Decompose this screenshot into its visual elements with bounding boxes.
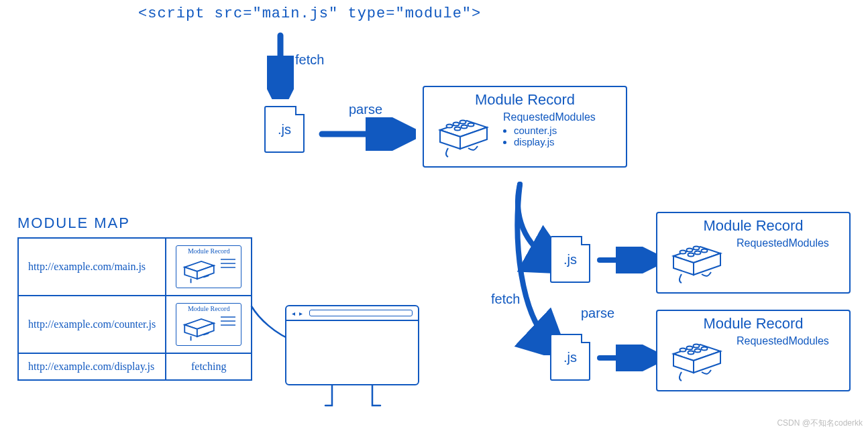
svg-point-17 [687, 347, 693, 350]
svg-point-3 [453, 123, 459, 126]
brick-icon [180, 255, 218, 285]
fetch-arrow-down-icon [267, 32, 294, 99]
requested-modules-label: RequestedModules [737, 335, 829, 347]
svg-point-2 [447, 125, 453, 128]
script-tag-code: <script src="main.js" type="module"> [138, 5, 481, 22]
module-map: MODULE MAP http://example.com/main.js Mo… [17, 214, 252, 381]
table-row: http://example.com/counter.js Module Rec… [18, 296, 252, 353]
module-record-title: Module Record [657, 315, 849, 332]
mini-lines-icon [221, 313, 237, 333]
requested-modules-label: RequestedModules [737, 237, 829, 249]
svg-point-16 [680, 349, 686, 352]
module-record-child-1: Module Record RequestedModules [656, 212, 851, 294]
browser-toolbar: ◂ ▸ [286, 306, 418, 321]
module-record-title: Module Record [424, 91, 626, 109]
brick-icon [667, 335, 727, 382]
nav-back-icon: ◂ [292, 310, 295, 317]
js-file-child2-label: .js [563, 350, 577, 365]
svg-point-13 [688, 253, 694, 257]
js-file-child-1: .js [550, 236, 590, 283]
requested-modules-label: RequestedModules [503, 111, 596, 123]
svg-point-6 [462, 125, 468, 129]
svg-point-12 [694, 247, 700, 250]
map-status-fetching: fetching [166, 353, 252, 380]
browser-character: ◂ ▸ [285, 305, 433, 409]
mini-record-title: Module Record [180, 247, 237, 255]
parse-arrow-child1-icon [596, 247, 656, 273]
map-url: http://example.com/display.js [18, 353, 166, 380]
svg-point-4 [460, 121, 466, 124]
module-map-title: MODULE MAP [17, 214, 252, 232]
mini-module-record: Module Record [176, 245, 241, 288]
browser-url-bar [309, 310, 413, 316]
svg-point-11 [687, 249, 693, 252]
table-row: http://example.com/display.js fetching [18, 353, 252, 380]
js-file-child1-label: .js [563, 252, 577, 267]
module-map-table: http://example.com/main.js Module Record… [17, 237, 252, 381]
fetch-label-top: fetch [295, 52, 324, 68]
watermark: CSDN @不知名coderkk [777, 418, 863, 429]
fetch-label-mid: fetch [491, 292, 520, 307]
svg-point-21 [702, 347, 708, 351]
map-url: http://example.com/counter.js [18, 296, 166, 353]
browser-legs-icon [319, 385, 399, 412]
svg-point-20 [695, 349, 701, 353]
browser-window: ◂ ▸ [285, 305, 419, 385]
parse-arrow-child2-icon [596, 345, 656, 371]
svg-point-7 [468, 123, 474, 127]
nav-forward-icon: ▸ [299, 310, 303, 317]
module-record-title: Module Record [657, 217, 849, 235]
mini-record-title: Module Record [180, 305, 237, 312]
requested-modules-list: counter.js display.js [503, 125, 596, 147]
brick-icon [667, 237, 727, 284]
module-record-main: Module Record RequestedModules [423, 86, 627, 168]
brick-icon [433, 111, 494, 158]
js-file-main: .js [264, 106, 305, 153]
map-url: http://example.com/main.js [18, 238, 166, 296]
module-record-child-2: Module Record RequestedModules [656, 310, 851, 391]
svg-point-15 [702, 249, 708, 253]
svg-point-5 [455, 127, 461, 131]
svg-point-14 [695, 251, 701, 255]
svg-point-19 [688, 351, 694, 355]
list-item: display.js [514, 136, 596, 147]
map-status: Module Record [166, 238, 252, 296]
svg-point-18 [694, 345, 700, 348]
map-status: Module Record [166, 296, 252, 353]
parse-arrow-icon [315, 117, 416, 151]
parse-label-mid: parse [581, 306, 614, 321]
parse-label-top: parse [349, 102, 382, 117]
mini-lines-icon [221, 255, 237, 275]
table-row: http://example.com/main.js Module Record [18, 238, 252, 296]
js-file-child-2: .js [550, 334, 590, 381]
svg-point-10 [680, 251, 686, 254]
list-item: counter.js [514, 125, 596, 136]
brick-icon [180, 313, 218, 343]
mini-module-record: Module Record [176, 303, 241, 346]
js-file-main-label: .js [278, 122, 291, 137]
